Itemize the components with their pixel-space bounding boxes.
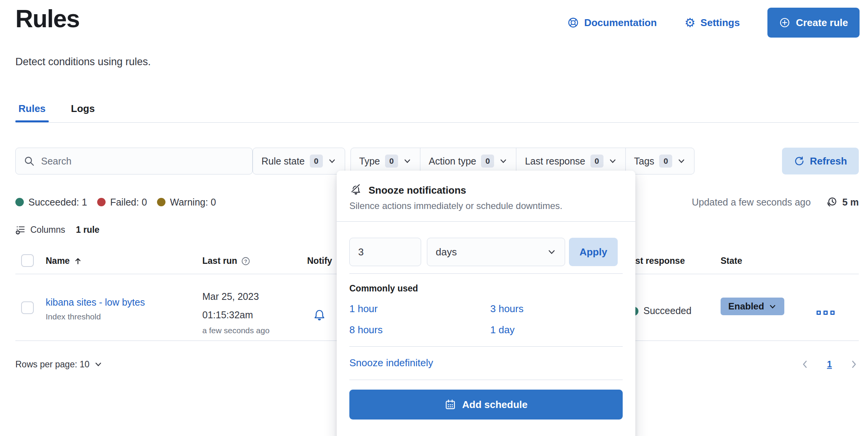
chevron-down-icon (769, 303, 777, 311)
snooze-popover-header: Snooze notifications Silence actions imm… (337, 171, 635, 221)
refresh-button[interactable]: Refresh (782, 148, 859, 174)
page-number[interactable]: 1 (827, 359, 832, 370)
search-icon (23, 155, 35, 167)
refresh-interval-value: 5 m (842, 197, 859, 208)
state-badge[interactable]: Enabled (721, 298, 784, 315)
bell-slash-icon (349, 184, 362, 197)
notify-header-label: Notify (307, 256, 332, 266)
column-header-last-run[interactable]: Last run ? (202, 256, 250, 266)
filter-tags[interactable]: Tags 0 (625, 148, 694, 174)
row-checkbox[interactable] (21, 301, 34, 314)
snooze-option-3-hours[interactable]: 3 hours (490, 303, 623, 315)
warning-dot-icon (157, 198, 165, 206)
settings-label: Settings (701, 17, 740, 29)
search-input[interactable] (41, 156, 245, 167)
popover-divider (349, 273, 623, 274)
chevron-down-icon (328, 157, 336, 165)
health-warning: Warning: 0 (157, 197, 216, 208)
snooze-unit-select[interactable]: days (427, 238, 565, 266)
bell-icon (312, 308, 326, 322)
boxes-horizontal-icon (830, 311, 835, 315)
help-buoy-icon (567, 16, 579, 29)
name-header-label: Name (46, 256, 70, 266)
table-controls: Columns 1 rule (15, 225, 99, 235)
snooze-subtitle: Silence actions immediately or schedule … (349, 201, 623, 211)
row-actions-button[interactable] (817, 311, 835, 315)
column-header-name[interactable]: Name (46, 256, 82, 266)
add-schedule-label: Add schedule (462, 399, 527, 411)
sort-asc-arrow-icon (74, 257, 82, 265)
snooze-option-1-hour[interactable]: 1 hour (349, 303, 490, 315)
page-subtitle: Detect conditions using rules. (15, 56, 151, 68)
add-schedule-button[interactable]: Add schedule (349, 390, 623, 420)
chevron-down-icon (547, 247, 556, 257)
column-header-notify[interactable]: Notify (307, 256, 332, 266)
header-actions: Documentation ⚙ Settings Create rule (567, 8, 860, 38)
boxes-horizontal-icon (823, 311, 828, 315)
time-refresh-icon (826, 196, 838, 208)
next-page-icon[interactable] (849, 359, 859, 369)
filter-rule-state[interactable]: Rule state 0 (253, 148, 345, 174)
succeeded-count: Succeeded: 1 (28, 197, 87, 208)
state-badge-label: Enabled (728, 301, 764, 312)
search-box (15, 148, 253, 174)
snooze-quick-options: 1 hour 3 hours 8 hours 1 day (349, 303, 623, 336)
chevron-down-icon (94, 360, 103, 369)
calendar-icon (445, 399, 456, 410)
snooze-option-8-hours[interactable]: 8 hours (349, 324, 490, 336)
columns-label: Columns (30, 225, 65, 235)
snooze-popover-body: days Apply Commonly used 1 hour 3 hours … (337, 238, 635, 420)
refresh-label: Refresh (810, 155, 847, 167)
create-rule-button[interactable]: Create rule (767, 8, 860, 38)
columns-icon (15, 225, 26, 235)
tab-rules[interactable]: Rules (15, 99, 49, 123)
svg-text:?: ? (244, 258, 247, 264)
rule-name-cell: kibana sites - low bytes Index threshold (46, 296, 160, 322)
last-run-cell: Mar 25, 2023 01:15:32am a few seconds ag… (202, 287, 269, 337)
chevron-down-icon (677, 157, 686, 165)
tab-logs[interactable]: Logs (68, 99, 98, 123)
chevron-down-icon (499, 157, 508, 165)
snooze-popover: Snooze notifications Silence actions imm… (337, 171, 635, 436)
notify-bell-button[interactable] (312, 308, 326, 322)
filter-last-response[interactable]: Last response 0 (516, 148, 625, 174)
filter-count-badge: 0 (310, 155, 323, 168)
last-run-header-label: Last run (202, 256, 237, 266)
previous-page-icon[interactable] (800, 359, 810, 369)
rule-count: 1 rule (76, 225, 99, 235)
success-dot-icon (15, 198, 24, 206)
rule-name-link[interactable]: kibana sites - low bytes (46, 296, 160, 308)
filter-type[interactable]: Type 0 (351, 148, 420, 174)
last-run-time: 01:15:32am (202, 306, 269, 324)
filter-action-type[interactable]: Action type 0 (420, 148, 516, 174)
apply-button[interactable]: Apply (569, 238, 618, 266)
snooze-indefinitely-link[interactable]: Snooze indefinitely (349, 357, 623, 369)
select-all-checkbox[interactable] (21, 254, 34, 267)
status-right: Updated a few seconds ago 5 m (692, 196, 859, 208)
state-header-label: State (721, 256, 742, 266)
popover-divider (349, 346, 623, 347)
snooze-option-1-day[interactable]: 1 day (490, 324, 623, 336)
page-title: Rules (15, 4, 79, 34)
filter-label: Last response (525, 156, 585, 167)
updated-text: Updated a few seconds ago (692, 197, 811, 208)
filter-count-badge: 0 (659, 155, 672, 168)
filter-label: Type (359, 156, 380, 167)
popover-divider (349, 380, 623, 380)
snooze-value-input[interactable] (349, 238, 421, 266)
filter-count-badge: 0 (590, 155, 603, 168)
filter-count-badge: 0 (481, 155, 494, 168)
tab-bar: Rules Logs (15, 99, 98, 123)
settings-link[interactable]: ⚙ Settings (684, 16, 740, 29)
rule-type-label: Index threshold (46, 311, 160, 322)
documentation-link[interactable]: Documentation (567, 16, 657, 29)
snooze-unit-value: days (436, 246, 457, 258)
columns-button[interactable]: Columns (15, 225, 65, 235)
gear-icon: ⚙ (684, 16, 696, 29)
refresh-interval-button[interactable]: 5 m (826, 196, 859, 208)
column-header-state[interactable]: State (721, 256, 742, 266)
boxes-horizontal-icon (817, 311, 821, 315)
snooze-title: Snooze notifications (369, 184, 466, 196)
rows-per-page-button[interactable]: Rows per page: 10 (15, 359, 103, 370)
last-run-relative: a few seconds ago (202, 324, 269, 337)
